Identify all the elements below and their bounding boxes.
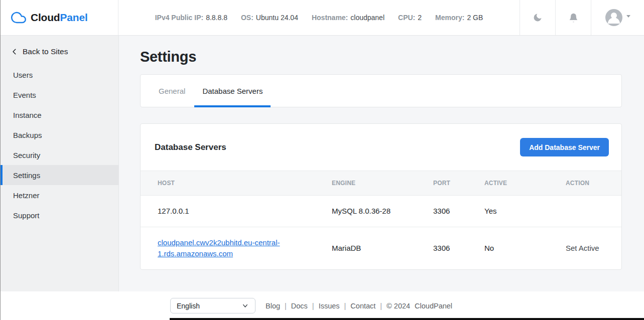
footer-link-docs[interactable]: Docs: [291, 302, 308, 310]
sidebar-item-backups[interactable]: Backups: [1, 125, 118, 145]
back-to-sites-link[interactable]: Back to Sites: [1, 44, 118, 60]
chevron-left-icon: [11, 48, 18, 55]
column-host: HOST: [141, 171, 332, 196]
sidebar-item-security[interactable]: Security: [1, 145, 118, 165]
sidebar-item-events[interactable]: Events: [1, 85, 118, 105]
info-hostname: Hostname:cloudpanel: [312, 14, 384, 22]
card-header: Database Servers Add Database Server: [141, 124, 621, 171]
add-database-server-button[interactable]: Add Database Server: [520, 138, 609, 156]
db-host-link[interactable]: cloudpanel.cwv2k2ubhitd.eu-central-1.rds…: [158, 238, 280, 258]
chevron-down-icon: [241, 302, 249, 309]
set-active-link[interactable]: Set Active: [566, 244, 599, 252]
db-active: No: [484, 227, 566, 270]
top-header: CloudPanel IPv4 Public IP:8.8.8.8 OS:Ubu…: [1, 0, 644, 36]
db-active: Yes: [484, 196, 566, 227]
footer: English Blog | Docs | Issues | Contact |…: [1, 291, 644, 320]
db-port: 3306: [433, 196, 484, 227]
footer-separator: |: [285, 302, 287, 310]
brand-name: CloudPanel: [31, 12, 88, 24]
footer-separator: |: [312, 302, 314, 310]
sidebar-item-hetzner[interactable]: Hetzner: [1, 185, 118, 205]
tab-general[interactable]: General: [151, 75, 193, 107]
page-title: Settings: [140, 49, 644, 65]
tabs-bar: General Database Servers: [140, 74, 622, 107]
language-select[interactable]: English: [170, 298, 255, 313]
footer-link-cloudpanel[interactable]: CloudPanel: [415, 302, 452, 310]
cloudpanel-app: CloudPanel IPv4 Public IP:8.8.8.8 OS:Ubu…: [1, 0, 644, 320]
db-engine: MySQL 8.0.36-28: [332, 196, 433, 227]
footer-separator: |: [380, 302, 382, 310]
footer-links: Blog | Docs | Issues | Contact | © 2024 …: [266, 302, 452, 310]
cloud-logo-icon: [11, 10, 26, 25]
footer-link-contact[interactable]: Contact: [350, 302, 375, 310]
database-servers-card: Database Servers Add Database Server HOS…: [140, 123, 622, 270]
info-os: OS:Ubuntu 24.04: [241, 14, 298, 22]
footer-link-issues[interactable]: Issues: [319, 302, 340, 310]
footer-link-blog[interactable]: Blog: [266, 302, 280, 310]
avatar-icon: [605, 9, 622, 26]
notifications-button[interactable]: [555, 0, 591, 35]
system-info-bar: IPv4 Public IP:8.8.8.8 OS:Ubuntu 24.04 H…: [118, 0, 520, 35]
tab-database-servers[interactable]: Database Servers: [194, 75, 271, 107]
column-active: ACTIVE: [484, 171, 566, 196]
db-port: 3306: [433, 227, 484, 270]
database-servers-table: HOST ENGINE PORT ACTIVE ACTION 127.0.0.1…: [141, 171, 621, 269]
back-to-sites-label: Back to Sites: [23, 47, 68, 56]
info-public-ip: IPv4 Public IP:8.8.8.8: [155, 14, 227, 22]
chevron-down-icon: [626, 15, 630, 18]
moon-icon: [533, 13, 543, 23]
sidebar-item-instance[interactable]: Instance: [1, 105, 118, 125]
user-menu[interactable]: [591, 0, 644, 35]
sidebar-item-users[interactable]: Users: [1, 65, 118, 85]
dark-mode-toggle[interactable]: [520, 0, 555, 35]
sidebar-item-support[interactable]: Support: [1, 205, 118, 225]
footer-separator: |: [344, 302, 346, 310]
column-action: ACTION: [566, 171, 621, 196]
table-row: 127.0.0.1 MySQL 8.0.36-28 3306 Yes: [141, 196, 621, 227]
info-memory: Memory:2 GB: [435, 14, 483, 22]
brand-logo[interactable]: CloudPanel: [1, 0, 118, 35]
column-engine: ENGINE: [332, 171, 433, 196]
db-host: 127.0.0.1: [141, 196, 332, 227]
sidebar: Back to Sites Users Events Instance Back…: [1, 36, 119, 291]
column-port: PORT: [433, 171, 484, 196]
bottom-edge-bar: [170, 318, 644, 320]
table-row: cloudpanel.cwv2k2ubhitd.eu-central-1.rds…: [141, 227, 621, 270]
footer-copyright: © 2024: [387, 302, 410, 310]
db-action: [566, 196, 621, 227]
table-header-row: HOST ENGINE PORT ACTIVE ACTION: [141, 171, 621, 196]
db-engine: MariaDB: [332, 227, 433, 270]
main-content: Settings General Database Servers Databa…: [119, 36, 644, 291]
info-cpu: CPU:2: [398, 14, 422, 22]
bell-icon: [568, 13, 579, 23]
language-select-value: English: [177, 302, 200, 310]
card-title: Database Servers: [155, 142, 226, 152]
sidebar-item-settings[interactable]: Settings: [1, 165, 118, 185]
